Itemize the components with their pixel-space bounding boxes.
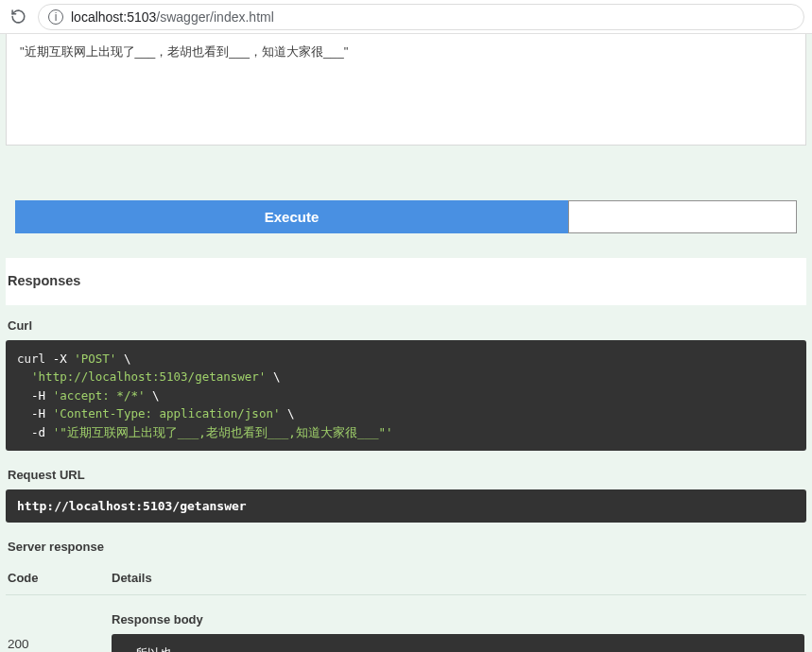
spacer — [6, 146, 806, 200]
browser-toolbar: i localhost:5103/swagger/index.html — [0, 0, 812, 34]
response-body-line1: ，所以也___ — [123, 643, 793, 652]
response-body-block[interactable]: ，所以也___ 近期互联网上出现了"口罩小黑市"，老胡也看到了，知道大家很焦虑，… — [112, 634, 804, 652]
url-text: localhost:5103/swagger/index.html — [71, 9, 274, 25]
curl-d-val: '"近期互联网上出现了___,老胡也看到___,知道大家很___"' — [53, 425, 393, 439]
responses-heading: Responses — [6, 273, 806, 288]
reload-button[interactable] — [8, 7, 28, 27]
execute-button[interactable]: Execute — [15, 200, 568, 233]
details-column-header: Details — [112, 571, 152, 585]
curl-url: 'http://localhost:5103/getanswer' — [17, 369, 266, 384]
curl-flag-x: -X — [45, 352, 74, 366]
responses-section-header: Responses — [6, 258, 806, 305]
server-response-section: Server response Code Details 200 Respons… — [6, 536, 806, 652]
code-column-header: Code — [8, 571, 112, 585]
response-row: 200 Response body ，所以也___ 近期互联网上出现了"口罩小黑… — [6, 595, 806, 652]
curl-h1-val: 'accept: */*' — [53, 388, 146, 403]
status-code: 200 — [8, 612, 112, 652]
curl-h1-flag: -H — [17, 388, 53, 403]
curl-method: 'POST' — [74, 352, 116, 366]
url-host: localhost: — [71, 9, 127, 25]
address-bar[interactable]: i localhost:5103/swagger/index.html — [38, 4, 804, 30]
swagger-content: "近期互联网上出现了___，老胡也看到___，知道大家很___" Execute… — [0, 34, 812, 652]
server-response-label: Server response — [6, 536, 806, 561]
curl-h2-flag: -H — [17, 406, 53, 420]
action-button-row: Execute — [6, 200, 806, 233]
request-body-textarea[interactable]: "近期互联网上出现了___，老胡也看到___，知道大家很___" — [6, 34, 806, 146]
curl-section: Curl curl -X 'POST' \ 'http://localhost:… — [6, 305, 806, 464]
reload-icon — [10, 9, 26, 25]
curl-h2-val: 'Content-Type: application/json' — [53, 406, 281, 420]
url-path: /swagger/index.html — [156, 9, 274, 25]
url-port: 5103 — [127, 9, 156, 25]
curl-cmd: curl — [17, 352, 45, 366]
response-details: Response body ，所以也___ 近期互联网上出现了"口罩小黑市"，老… — [112, 612, 804, 652]
spacer — [6, 233, 806, 258]
clear-button[interactable] — [568, 200, 797, 233]
curl-d-flag: -d — [17, 425, 53, 439]
site-info-icon[interactable]: i — [48, 9, 63, 25]
response-body-label: Response body — [112, 612, 804, 626]
curl-label: Curl — [6, 315, 806, 340]
request-url-label: Request URL — [6, 464, 806, 489]
request-url-value[interactable]: http://localhost:5103/getanswer — [6, 489, 806, 523]
curl-code-block[interactable]: curl -X 'POST' \ 'http://localhost:5103/… — [6, 340, 806, 451]
request-url-section: Request URL http://localhost:5103/getans… — [6, 464, 806, 536]
request-body-value: "近期互联网上出现了___，老胡也看到___，知道大家很___" — [20, 44, 348, 59]
response-table-header: Code Details — [6, 561, 806, 595]
